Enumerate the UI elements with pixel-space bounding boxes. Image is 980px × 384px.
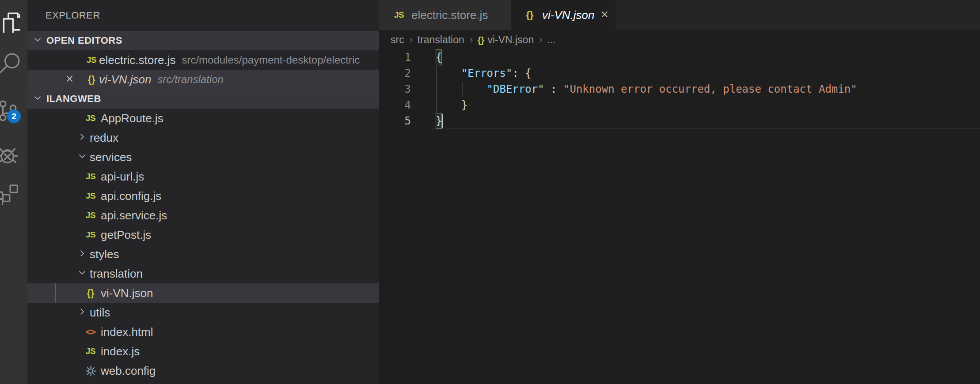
code-token: "Unknown error occurred, please contact …: [563, 83, 857, 95]
js-file-icon: JS: [83, 113, 98, 123]
tree-file-index-html[interactable]: <>index.html: [27, 322, 379, 342]
breadcrumb-label: vi-VN.json: [487, 34, 534, 45]
line-number: 4: [379, 97, 411, 113]
breadcrumb-label: ...: [547, 34, 555, 45]
breadcrumb-label: src: [391, 34, 404, 45]
code-line-text[interactable]: "DBError" : "Unknown error occurred, ple…: [432, 81, 980, 97]
open-editors-header[interactable]: OPEN EDITORS: [27, 31, 379, 50]
tree-folder-services[interactable]: services: [27, 147, 379, 167]
search-icon[interactable]: [0, 52, 20, 74]
editor-group: JSelectric.store.js{}vi-VN.json srctrans…: [379, 0, 980, 384]
tree-file-vi-vn-json[interactable]: {}vi-VN.json: [27, 283, 379, 303]
tree-folder-styles[interactable]: styles: [27, 245, 379, 264]
tab-label: vi-VN.json: [542, 8, 594, 22]
code-token: [436, 67, 461, 79]
close-icon: [600, 8, 609, 22]
project-section-label: ILANGWEB: [46, 93, 101, 105]
open-editor-item[interactable]: JSelectric.store.jssrc/modules/payment-d…: [27, 50, 379, 70]
tree-folder-utils[interactable]: utils: [27, 303, 379, 322]
chevron-right-icon: [77, 248, 87, 261]
tree-file-api-config-js[interactable]: JSapi.config.js: [27, 186, 379, 206]
tree-folder-redux[interactable]: redux: [27, 128, 379, 147]
open-editor-name: electric.store.js: [99, 53, 175, 67]
code-token: [436, 83, 487, 95]
tree-file-index-js[interactable]: JSindex.js: [27, 342, 379, 361]
tree-item-label: web.config: [101, 364, 156, 378]
bracket-match: }: [436, 113, 442, 129]
open-editor-path: src/translation: [157, 73, 223, 86]
extensions-icon[interactable]: [0, 183, 20, 205]
code-token: "DBError": [487, 83, 544, 95]
code-editor[interactable]: 1{2 "Errors": {3 "DBError" : "Unknown er…: [379, 49, 980, 129]
open-editor-item[interactable]: {}vi-VN.jsonsrc/translation: [27, 70, 379, 89]
open-editors-label: OPEN EDITORS: [46, 35, 122, 46]
close-icon: [65, 73, 74, 87]
chevron-right-icon: [534, 34, 547, 46]
html-file-icon: <>: [83, 327, 98, 337]
tree-file-approute-js[interactable]: JSAppRoute.js: [27, 109, 379, 128]
json-file-icon: {}: [478, 35, 485, 45]
tree-item-label: translation: [90, 267, 143, 281]
line-number: 5: [379, 113, 411, 129]
tree-item-label: index.html: [101, 325, 153, 339]
code-line[interactable]: 2 "Errors": {: [379, 65, 980, 81]
tree-folder-translation[interactable]: translation: [27, 264, 379, 283]
chevron-right-icon: [464, 34, 478, 46]
json-file-icon: {}: [83, 287, 98, 299]
debug-icon[interactable]: [0, 145, 20, 167]
tab-electric-store-js[interactable]: JSelectric.store.js: [379, 0, 511, 30]
explorer-sidebar: EXPLORER OPEN EDITORS JSelectric.store.j…: [27, 0, 379, 384]
tree-item-label: styles: [90, 248, 119, 261]
activity-bar: 2: [0, 0, 27, 384]
code-line[interactable]: 1{: [379, 49, 980, 65]
breadcrumb-item[interactable]: src: [391, 34, 404, 46]
code-token: : {: [512, 67, 531, 79]
line-number: 3: [379, 81, 411, 97]
project-section-header[interactable]: ILANGWEB: [27, 89, 379, 109]
js-file-icon: JS: [83, 346, 98, 356]
tree-item-label: api.config.js: [101, 189, 161, 203]
breadcrumb-item[interactable]: translation: [418, 34, 464, 46]
chevron-right-icon: [77, 306, 87, 320]
line-number: 2: [379, 65, 411, 81]
close-slot[interactable]: [65, 73, 84, 87]
open-editor-name: vi-VN.json: [99, 73, 151, 87]
code-token: }: [436, 99, 467, 111]
json-file-icon: {}: [522, 9, 537, 21]
tree-file-web-config[interactable]: web.config: [27, 361, 379, 380]
tree-item-label: index.js: [101, 345, 140, 358]
code-line-text[interactable]: "Errors": {: [432, 65, 980, 81]
breadcrumb-item[interactable]: ...: [547, 34, 555, 46]
tree-file-api-service-js[interactable]: JSapi.service.js: [27, 206, 379, 225]
line-number: 1: [379, 49, 411, 65]
chevron-down-icon: [77, 267, 87, 281]
tab-bar: JSelectric.store.js{}vi-VN.json: [379, 0, 980, 30]
tab-vi-vn-json[interactable]: {}vi-VN.json: [511, 0, 615, 30]
indent-guide: [436, 66, 437, 114]
code-line-text[interactable]: }: [432, 97, 980, 113]
bracket-match: {: [436, 49, 442, 65]
open-editor-path: src/modules/payment-desktop/electric: [182, 54, 360, 66]
files-icon[interactable]: [0, 11, 20, 33]
tree-item-label: api.service.js: [101, 209, 167, 222]
js-file-icon: JS: [83, 211, 98, 220]
code-token: :: [544, 83, 563, 95]
breadcrumb: srctranslation{}vi-VN.json...: [379, 30, 980, 49]
code-line[interactable]: 4 }: [379, 97, 980, 113]
file-tree: JSAppRoute.jsreduxservicesJSapi-url.jsJS…: [27, 109, 379, 380]
breadcrumb-item[interactable]: {}vi-VN.json: [478, 34, 534, 46]
js-file-icon: JS: [83, 230, 98, 240]
tree-item-label: utils: [90, 306, 110, 320]
breadcrumb-label: translation: [418, 34, 464, 45]
code-line-text[interactable]: {: [432, 49, 980, 65]
tree-file-api-url-js[interactable]: JSapi-url.js: [27, 167, 379, 186]
code-line[interactable]: 5}: [379, 113, 980, 129]
tree-item-label: getPost.js: [101, 228, 151, 242]
indent-guide: [462, 82, 463, 97]
code-line[interactable]: 3 "DBError" : "Unknown error occurred, p…: [379, 81, 980, 97]
sidebar-title: EXPLORER: [27, 0, 379, 31]
tab-label: electric.store.js: [411, 8, 488, 22]
code-line-text[interactable]: }: [432, 113, 980, 129]
tree-file-getpost-js[interactable]: JSgetPost.js: [27, 225, 379, 245]
tree-item-label: redux: [90, 131, 118, 145]
